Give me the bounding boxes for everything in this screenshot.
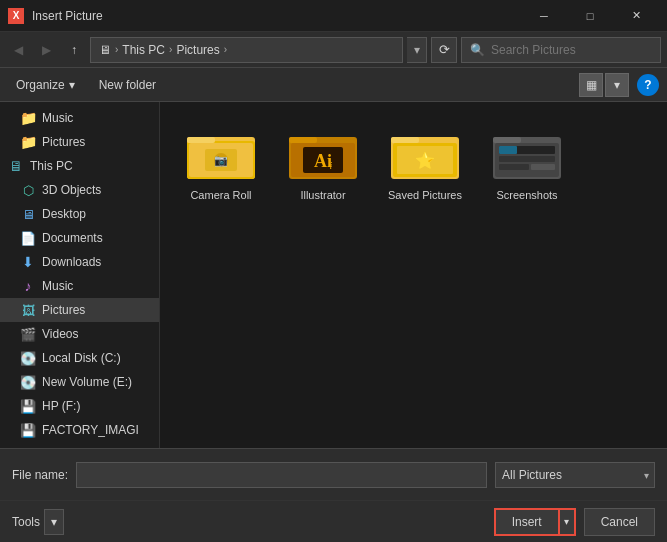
address-pictures: Pictures bbox=[176, 43, 219, 57]
folder-screenshots[interactable]: Screenshots bbox=[482, 118, 572, 206]
action-bar: Organize ▾ New folder ▦ ▾ ? bbox=[0, 68, 667, 102]
tools-chevron-icon: ▾ bbox=[51, 515, 57, 529]
maximize-button[interactable]: □ bbox=[567, 0, 613, 32]
sidebar-item-label: Music bbox=[42, 111, 73, 125]
sidebar-item-label: FACTORY_IMAGI bbox=[42, 423, 139, 437]
svg-rect-22 bbox=[499, 146, 517, 154]
tools-section: Tools ▾ bbox=[12, 509, 64, 535]
window-controls: ─ □ ✕ bbox=[521, 0, 659, 32]
main-area: 📁 Music 📁 Pictures 🖥 This PC ⬡ 3D Object… bbox=[0, 102, 667, 448]
organize-button[interactable]: Organize ▾ bbox=[8, 73, 83, 97]
folder-saved-pictures[interactable]: ⭐ Saved Pictures bbox=[380, 118, 470, 206]
svg-rect-23 bbox=[499, 156, 555, 162]
sidebar-item-new-volume-e[interactable]: 💽 New Volume (E:) bbox=[0, 370, 159, 394]
organize-label: Organize bbox=[16, 78, 65, 92]
svg-text:i: i bbox=[330, 160, 333, 171]
folder-icon: 📁 bbox=[20, 134, 36, 150]
svg-text:📷: 📷 bbox=[214, 153, 228, 167]
back-button[interactable]: ◀ bbox=[6, 38, 30, 62]
tools-dropdown-button[interactable]: ▾ bbox=[44, 509, 64, 535]
computer-icon: 🖥 bbox=[8, 158, 24, 174]
folder-icon-large-saved: ⭐ bbox=[389, 123, 461, 183]
folder-illustrator[interactable]: Ai i Illustrator bbox=[278, 118, 368, 206]
sidebar-item-label: Music bbox=[42, 279, 73, 293]
address-dropdown-button[interactable]: ▾ bbox=[407, 37, 427, 63]
up-button[interactable]: ↑ bbox=[62, 38, 86, 62]
forward-button[interactable]: ▶ bbox=[34, 38, 58, 62]
sidebar-item-documents[interactable]: 📄 Documents bbox=[0, 226, 159, 250]
address-this-pc: This PC bbox=[122, 43, 165, 57]
sidebar-item-hp-f[interactable]: 💾 HP (F:) bbox=[0, 394, 159, 418]
sidebar-item-pictures[interactable]: 🖼 Pictures bbox=[0, 298, 159, 322]
sidebar-item-label: Pictures bbox=[42, 303, 85, 317]
sidebar-item-label: HP (F:) bbox=[42, 399, 80, 413]
sidebar-item-this-pc[interactable]: 🖥 This PC bbox=[0, 154, 159, 178]
svg-rect-2 bbox=[187, 137, 215, 143]
svg-text:⭐: ⭐ bbox=[415, 151, 435, 170]
folder-name-camera-roll: Camera Roll bbox=[190, 189, 251, 201]
folder-name-saved-pictures: Saved Pictures bbox=[388, 189, 462, 201]
address-chevron-1: › bbox=[115, 44, 118, 55]
sidebar-item-music[interactable]: ♪ Music bbox=[0, 274, 159, 298]
disk-icon: 💾 bbox=[20, 422, 36, 438]
address-bar[interactable]: 🖥 › This PC › Pictures › bbox=[90, 37, 403, 63]
help-button[interactable]: ? bbox=[637, 74, 659, 96]
insert-button-group: Insert ▾ bbox=[494, 508, 576, 536]
refresh-button[interactable]: ⟳ bbox=[431, 37, 457, 63]
folder-camera-roll[interactable]: 📷 Camera Roll bbox=[176, 118, 266, 206]
address-chevron-2: › bbox=[169, 44, 172, 55]
sidebar-item-pictures-quick[interactable]: 📁 Pictures bbox=[0, 130, 159, 154]
folder-icon-large-screenshots bbox=[491, 123, 563, 183]
search-input[interactable] bbox=[491, 43, 652, 57]
folder-icon-large: 📷 bbox=[185, 123, 257, 183]
sidebar-item-3d-objects[interactable]: ⬡ 3D Objects bbox=[0, 178, 159, 202]
view-toggle-button[interactable]: ▦ bbox=[579, 73, 603, 97]
sidebar-item-music-quick[interactable]: 📁 Music bbox=[0, 106, 159, 130]
sidebar-item-label: Desktop bbox=[42, 207, 86, 221]
sidebar-item-videos[interactable]: 🎬 Videos bbox=[0, 322, 159, 346]
disk-icon: 💾 bbox=[20, 398, 36, 414]
filename-bar: File name: All Pictures JPEG PNG GIF BMP… bbox=[0, 448, 667, 500]
folder-icon: 📁 bbox=[20, 110, 36, 126]
sidebar-item-label: 3D Objects bbox=[42, 183, 101, 197]
tools-label: Tools bbox=[12, 515, 40, 529]
sidebar-item-factory[interactable]: 💾 FACTORY_IMAGI bbox=[0, 418, 159, 442]
folder-icon-large-illustrator: Ai i bbox=[287, 123, 359, 183]
svg-rect-8 bbox=[289, 137, 317, 143]
documents-icon: 📄 bbox=[20, 230, 36, 246]
filename-label: File name: bbox=[12, 468, 68, 482]
svg-rect-14 bbox=[391, 137, 419, 143]
sidebar-item-label: Documents bbox=[42, 231, 103, 245]
sidebar-item-label: Local Disk (C:) bbox=[42, 351, 121, 365]
file-content-area: 📷 Camera Roll Ai i Illustrator bbox=[160, 102, 667, 448]
sidebar: 📁 Music 📁 Pictures 🖥 This PC ⬡ 3D Object… bbox=[0, 102, 160, 448]
sidebar-item-downloads[interactable]: ⬇ Downloads bbox=[0, 250, 159, 274]
folder-name-illustrator: Illustrator bbox=[300, 189, 345, 201]
videos-icon: 🎬 bbox=[20, 326, 36, 342]
address-pc: 🖥 bbox=[99, 43, 111, 57]
view-dropdown-button[interactable]: ▾ bbox=[605, 73, 629, 97]
insert-dropdown-button[interactable]: ▾ bbox=[558, 508, 576, 536]
minimize-button[interactable]: ─ bbox=[521, 0, 567, 32]
insert-button[interactable]: Insert bbox=[494, 508, 558, 536]
svg-rect-24 bbox=[499, 164, 529, 170]
close-button[interactable]: ✕ bbox=[613, 0, 659, 32]
sidebar-item-label: Pictures bbox=[42, 135, 85, 149]
sidebar-item-local-disk-c[interactable]: 💽 Local Disk (C:) bbox=[0, 346, 159, 370]
dialog-title: Insert Picture bbox=[32, 9, 521, 23]
sidebar-item-label: This PC bbox=[30, 159, 73, 173]
filetype-select[interactable]: All Pictures JPEG PNG GIF BMP TIFF bbox=[495, 462, 655, 488]
sidebar-item-desktop[interactable]: 🖥 Desktop bbox=[0, 202, 159, 226]
filetype-select-wrapper: All Pictures JPEG PNG GIF BMP TIFF bbox=[495, 462, 655, 488]
view-controls: ▦ ▾ bbox=[579, 73, 629, 97]
3d-objects-icon: ⬡ bbox=[20, 182, 36, 198]
cancel-button[interactable]: Cancel bbox=[584, 508, 655, 536]
address-toolbar: ◀ ▶ ↑ 🖥 › This PC › Pictures › ▾ ⟳ 🔍 bbox=[0, 32, 667, 68]
address-chevron-3: › bbox=[224, 44, 227, 55]
pictures-icon: 🖼 bbox=[20, 302, 36, 318]
new-folder-button[interactable]: New folder bbox=[91, 73, 164, 97]
sidebar-item-label: New Volume (E:) bbox=[42, 375, 132, 389]
search-box[interactable]: 🔍 bbox=[461, 37, 661, 63]
filename-input[interactable] bbox=[76, 462, 487, 488]
buttons-bar: Tools ▾ Insert ▾ Cancel bbox=[0, 500, 667, 542]
